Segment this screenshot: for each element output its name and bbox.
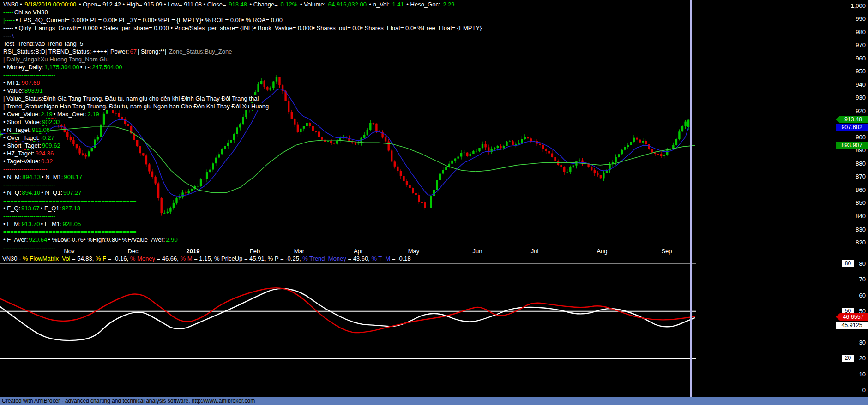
overlay-line-9: -------------------------- [3,71,56,78]
text-segment: 893.91 [24,87,43,94]
overlay-line-16: • N_Taget:911.06 [3,126,50,133]
y-axis-tick: 30 [833,339,866,346]
overlay-line-24: • N_Q:894.10• N_Q1:907.27 [3,189,82,196]
text-segment: = 1.15, [193,255,214,262]
text-segment: • Change= [247,1,280,8]
overlay-line-11: • Value:893.91 [3,87,43,94]
y-axis-tick: 900 [833,134,866,141]
price-tag: 46.6557 [836,313,868,321]
text-segment: | Strong:**| [137,48,169,55]
text-segment: ====================================== [3,228,137,235]
text-segment: • N_Q1: [41,189,63,196]
text-segment: • Short_Taget: [3,142,42,149]
text-segment: • Over_Value: [3,111,40,118]
text-segment: • MT1: [3,79,21,86]
text-segment: = 43.60, [346,255,372,262]
y-axis-tick: 1,000 [833,2,866,9]
text-segment: -------------------------- [3,244,56,251]
y-axis-tick: 60 [833,292,866,299]
overlay-line-27: -------------------------- [3,213,56,220]
text-segment: • +-: [80,64,92,71]
text-segment: 1,175,304.00 [44,64,80,71]
price-tag: 907.682 [836,124,868,131]
text-segment: = -0.18 [390,255,410,262]
y-axis-tick: 70 [833,276,866,283]
text-segment: ---------------------- [3,166,48,173]
text-segment: • Taget-Value: [3,158,41,165]
text-segment: • N_M1: [41,173,63,180]
text-segment: % Trend_Money [302,255,346,262]
overlay-line-8: • Money_Daily:1,175,304.00• +-:247,504.0… [3,64,123,71]
text-segment: 928.05 [62,220,82,227]
x-axis-label: Nov [64,248,74,255]
lower-pane-title: VN30 - % FlowMatrix_Vol = 54.83, % F = -… [2,255,411,262]
text-segment: 924.36 [35,150,54,157]
overlay-line-6: RSI_Status:B:D| TREND_Status:-++++| Powe… [3,48,233,55]
text-segment: • F_Q: [3,205,21,212]
overlay-line-15: • Short_Value:902.33 [3,119,61,125]
price-tag: 45.9125 [836,322,868,329]
overlay-line-28: • F_M:913.70• F_M1:928.05 [3,220,81,227]
text-segment: 894.13 [22,173,41,180]
x-axis-label: May [408,248,420,255]
x-axis-label: 2019 [187,248,200,255]
x-axis-label: Mar [294,248,304,255]
text-segment: • N_Taget: [3,126,31,133]
text-segment: 9/18/2019 00:00:00 [24,1,77,8]
overlay-line-22: • N_M:894.13• N_M1:908.17 [3,173,83,180]
overlay-line-29: ====================================== [3,228,137,235]
text-segment: 913.67 [21,205,40,212]
y-axis-tick: 860 [833,186,866,193]
overlay-line-30: • F_Aver:920.64• %Low:-0.76• %High:0.80•… [3,236,178,243]
overlay-line-19: • H7_Taget:924.36 [3,150,54,157]
level-box-label: 80 [842,260,854,267]
y-axis-tick: 880 [833,160,866,167]
text-segment: | Value_Status:Đinh Gia Tang Truong. Đâu… [3,95,259,102]
text-segment: 2.19 [87,111,100,118]
overlay-line-18: • Short_Taget:909.62 [3,142,61,149]
y-axis-tick: 870 [833,173,866,180]
y-axis-tick: 10 [833,371,866,378]
text-segment: -------------------------- [3,213,56,220]
osc-red-line [0,288,695,333]
text-segment: = -0.16, [106,255,130,262]
overlay-line-23: -------------------------- [3,181,56,188]
overlay-line-17: • Over_Taget:-0.27 [3,134,55,141]
y-axis-tick: 960 [833,55,866,62]
text-segment: • Heso_Goc: [404,1,442,8]
overlay-line-14: • Over_Value:2.19• Max_Over:2.19 [3,111,100,118]
text-segment: • F_Aver: [3,236,28,243]
overlay-line-1: -----Chi so VN30 [3,9,48,16]
overlay-line-26: • F_Q:913.67• F_Q1:927.13 [3,205,81,212]
y-axis-tick: 930 [833,94,866,101]
osc-white-line [0,289,695,340]
overlay-line-31: -------------------------- [3,244,56,251]
cursor-line[interactable] [690,0,692,397]
text-segment: 0.12% [280,1,298,8]
text-segment: = 46.66, [155,255,181,262]
ma-green-line [0,127,695,193]
text-segment: • Max_Over: [53,111,87,118]
text-segment: • Over_Taget: [3,134,40,141]
text-segment: 907.68 [21,79,41,86]
text-segment: \ [12,32,14,39]
text-segment: 913.48 [228,1,247,8]
text-segment: Test_Trend:Vao Trend Tang_5 [3,40,84,47]
text-segment: 907.27 [63,189,82,196]
y-axis-tick: 850 [833,199,866,206]
text-segment: • Short_Value: [3,119,42,125]
text-segment: = 54.83, [70,255,96,262]
text-segment: 247,504.00 [92,64,123,71]
text-segment: 2.19 [40,111,53,118]
text-segment: ====================================== [3,197,137,204]
text-segment: ----- • Qtrly_Earings_Growth= 0.000 • Sa… [3,24,482,31]
overlay-line-0: VN30 • 9/18/2019 00:00:00 • Open= 912.42… [3,1,455,8]
text-segment: • Volume: [298,1,327,8]
y-axis-tick: 970 [833,42,866,48]
text-segment: ---- [3,32,12,39]
text-segment: 911.06 [31,126,50,133]
level-box-label: 20 [842,355,854,362]
text-segment: • F_Q1: [40,205,61,212]
text-segment: VN30 • [3,1,24,8]
overlay-line-25: ====================================== [3,197,137,204]
